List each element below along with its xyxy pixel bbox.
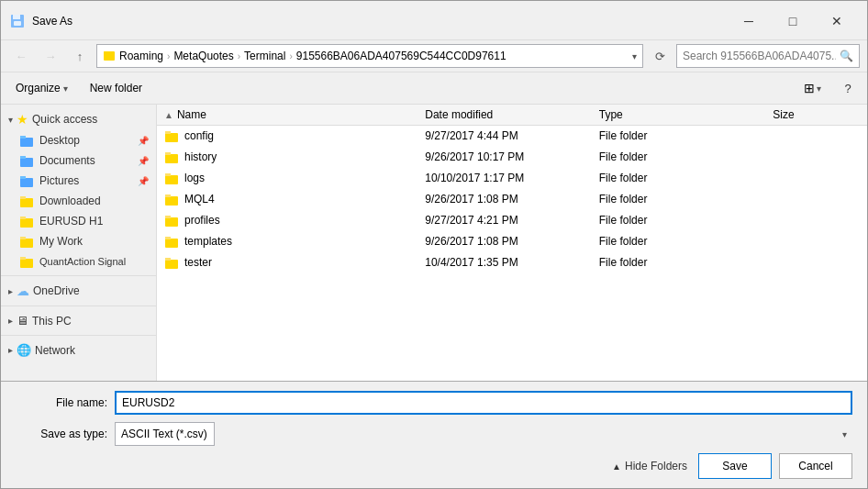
table-row[interactable]: profiles 9/27/2017 4:21 PM File folder [157, 210, 867, 231]
location-icon [103, 50, 116, 62]
sidebar-item-downloaded[interactable]: Downloaded [1, 191, 156, 211]
folder-icon-profiles [164, 213, 179, 228]
search-bar[interactable]: 🔍 [676, 44, 860, 68]
folder-icon-config [164, 128, 179, 143]
sidebar-section-quick-access[interactable]: ▾ ★ Quick access [1, 108, 156, 130]
minimize-button[interactable]: ─ [728, 8, 770, 34]
sidebar-divider-2 [1, 306, 156, 306]
forward-button[interactable]: → [38, 45, 63, 67]
cancel-button[interactable]: Cancel [779, 453, 852, 479]
sort-arrow-icon: ▲ [164, 110, 173, 120]
back-button[interactable]: ← [8, 45, 34, 67]
sidebar-divider-1 [1, 275, 156, 276]
up-button[interactable]: ↑ [67, 45, 93, 67]
svg-rect-1 [13, 15, 20, 19]
file-name: config [184, 129, 214, 142]
breadcrumb-terminal[interactable]: Terminal [244, 50, 285, 62]
sidebar-item-quantaction[interactable]: QuantAction Signal [1, 251, 156, 272]
thispc-label: This PC [32, 315, 72, 328]
column-date-header[interactable]: Date modified [425, 108, 599, 121]
view-icon: ⊞ [804, 81, 815, 95]
file-date: 9/26/2017 1:08 PM [425, 235, 599, 248]
folder-icon-history [164, 150, 179, 164]
svg-rect-19 [20, 257, 26, 260]
mywork-folder-icon [19, 234, 34, 249]
filename-input[interactable] [115, 391, 852, 415]
network-chevron-icon: ▸ [8, 345, 13, 355]
table-row[interactable]: tester 10/4/2017 1:35 PM File folder [157, 252, 867, 273]
sidebar-section-network[interactable]: ▸ 🌐 Network [1, 339, 156, 361]
svg-rect-2 [14, 21, 21, 26]
svg-rect-12 [20, 198, 33, 207]
sidebar-item-downloaded-label: Downloaded [39, 194, 101, 207]
svg-rect-21 [165, 131, 171, 134]
column-type-label: Type [599, 108, 623, 121]
breadcrumb-dropdown-icon[interactable]: ▾ [632, 51, 637, 61]
file-name: history [184, 150, 217, 163]
view-button[interactable]: ⊞ ▾ [796, 76, 829, 100]
file-name: profiles [184, 214, 220, 227]
svg-rect-30 [165, 239, 178, 248]
sidebar-item-my-work-label: My Work [39, 235, 83, 248]
pin-icon-pictures: 📌 [138, 176, 149, 186]
file-date: 9/26/2017 10:17 PM [425, 150, 599, 163]
title-bar-left: Save As [10, 14, 72, 28]
table-row[interactable]: config 9/27/2017 4:44 PM File folder [157, 126, 867, 147]
save-button[interactable]: Save [698, 453, 772, 479]
sidebar-item-my-work[interactable]: My Work [1, 231, 156, 251]
breadcrumb-roaming[interactable]: Roaming [119, 50, 163, 62]
quick-access-star-icon: ★ [17, 112, 28, 127]
breadcrumb-current[interactable]: 915566BA06ADA407569C544CC0D97611 [296, 50, 506, 62]
network-label: Network [35, 344, 75, 357]
sidebar-divider-3 [1, 335, 156, 336]
pin-icon-desktop: 📌 [138, 136, 149, 146]
svg-rect-22 [165, 154, 178, 163]
save-as-icon [10, 14, 25, 28]
column-type-header[interactable]: Type [599, 108, 773, 121]
onedrive-label: OneDrive [33, 284, 80, 297]
sidebar-item-documents[interactable]: Documents 📌 [1, 150, 156, 171]
file-name: templates [184, 235, 232, 248]
refresh-button[interactable]: ⟳ [647, 45, 673, 67]
column-name-header[interactable]: ▲ Name [164, 108, 425, 121]
breadcrumb-metaquotes[interactable]: MetaQuotes [173, 50, 233, 62]
sidebar-item-eurusd-h1-label: EURUSD H1 [39, 215, 103, 228]
svg-rect-26 [165, 196, 178, 206]
file-type: File folder [599, 193, 773, 206]
file-type: File folder [599, 256, 773, 269]
table-row[interactable]: templates 9/26/2017 1:08 PM File folder [157, 231, 867, 252]
sidebar-item-desktop-label: Desktop [39, 134, 80, 147]
svg-rect-24 [165, 175, 178, 184]
filetype-select[interactable]: ASCII Text (*.csv) [115, 422, 215, 446]
svg-rect-28 [165, 217, 178, 227]
quick-access-label: Quick access [32, 113, 97, 126]
table-row[interactable]: MQL4 9/26/2017 1:08 PM File folder [157, 189, 867, 210]
maximize-button[interactable]: □ [772, 8, 814, 34]
footer-buttons: ▲ Hide Folders Save Cancel [16, 453, 852, 479]
thispc-chevron-icon: ▸ [8, 316, 13, 326]
downloaded-folder-icon [19, 194, 34, 208]
sidebar-section-onedrive[interactable]: ▸ ☁ OneDrive [1, 280, 156, 302]
svg-rect-27 [165, 194, 171, 197]
folder-icon-tester [164, 255, 179, 270]
sidebar-item-eurusd-h1[interactable]: EURUSD H1 [1, 211, 156, 231]
column-size-header[interactable]: Size [773, 108, 860, 121]
new-folder-button[interactable]: New folder [83, 76, 150, 100]
search-input[interactable] [683, 50, 836, 62]
sidebar-section-thispc[interactable]: ▸ 🖥 This PC [1, 310, 156, 331]
svg-rect-29 [165, 216, 171, 218]
close-button[interactable]: ✕ [816, 8, 858, 34]
table-row[interactable]: history 9/26/2017 10:17 PM File folder [157, 147, 867, 168]
title-bar: Save As ─ □ ✕ [1, 1, 867, 40]
sidebar-item-desktop[interactable]: Desktop 📌 [1, 130, 156, 150]
organize-button[interactable]: Organize ▾ [8, 76, 75, 100]
title-controls: ─ □ ✕ [728, 8, 858, 34]
help-button[interactable]: ? [836, 76, 860, 100]
svg-rect-8 [20, 158, 33, 167]
table-row[interactable]: logs 10/10/2017 1:17 PM File folder [157, 168, 867, 189]
svg-rect-11 [20, 176, 26, 179]
sidebar-item-pictures[interactable]: Pictures 📌 [1, 171, 156, 191]
hide-folders-button[interactable]: ▲ Hide Folders [608, 458, 691, 474]
desktop-folder-icon [19, 133, 34, 148]
breadcrumb-bar[interactable]: Roaming › MetaQuotes › Terminal › 915566… [96, 44, 643, 68]
